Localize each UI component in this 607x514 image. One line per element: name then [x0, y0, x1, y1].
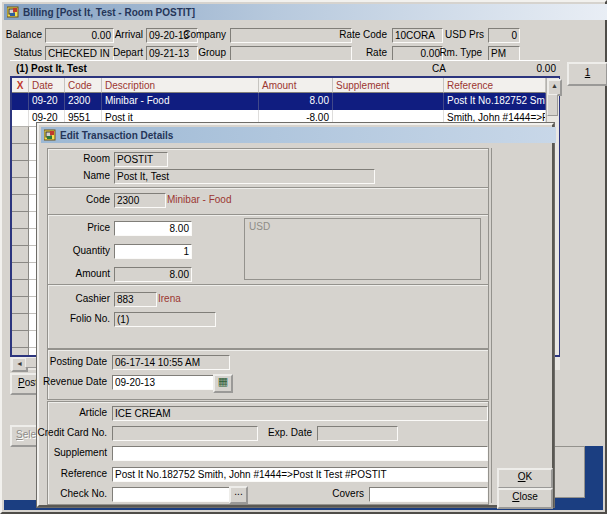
tab-balance: 0.00 — [537, 63, 556, 74]
billing-window: Billing [Post It, Test - Room POSTIT] Ba… — [0, 0, 607, 514]
cashier-label: Cashier — [43, 292, 110, 305]
group-label: Group — [180, 46, 226, 59]
cell-code[interactable]: 2300 — [65, 93, 102, 110]
dialog-icon — [44, 129, 56, 141]
cashier-field: 883 — [114, 292, 157, 307]
rate-code-label: Rate Code — [335, 28, 387, 41]
status-field: CHECKED IN — [45, 46, 114, 61]
cell-description[interactable]: Minibar - Food — [102, 93, 259, 110]
rate-label: Rate — [335, 46, 387, 59]
payment-method: CA — [432, 63, 446, 74]
close-button[interactable]: Close — [497, 488, 553, 509]
rate-code-field: 10CORA — [392, 28, 443, 43]
screenshot-root: Billing [Post It, Test - Room POSTIT] Ba… — [0, 0, 607, 514]
company-label: Company — [180, 28, 226, 41]
prs-label: Prs — [464, 28, 484, 41]
window-titlebar[interactable]: Billing [Post It, Test - Room POSTIT] — [4, 4, 607, 20]
code-label: Code — [43, 193, 110, 206]
dialog-titlebar[interactable]: Edit Transaction Details — [41, 127, 556, 143]
name-field: Post It, Test — [114, 169, 375, 184]
covers-label: Covers — [294, 487, 364, 500]
price-label: Price — [43, 221, 110, 234]
posting-date-label: Posting Date — [37, 355, 107, 368]
exp-date-field — [317, 426, 398, 441]
edit-transaction-dialog: Edit Transaction Details Room POSTIT Nam… — [37, 123, 554, 507]
prs-field: 0 — [488, 28, 520, 43]
reference-field[interactable]: Post It No.182752 Smith, John #1444=>Pos… — [112, 467, 488, 482]
cashier-name: Irena — [158, 292, 238, 305]
status-label: Status — [4, 46, 42, 59]
cell-reference[interactable]: Post It No.182752 Smith, J — [444, 93, 546, 110]
exp-date-label: Exp. Date — [244, 426, 312, 439]
grid-x-column — [12, 127, 29, 355]
check-no-field[interactable] — [112, 487, 232, 502]
depart-label: Depart — [110, 46, 143, 59]
check-no-label: Check No. — [37, 487, 107, 500]
col-header-supplement[interactable]: Supplement — [333, 78, 444, 93]
rm-type-field: PM — [488, 46, 520, 61]
room-label: Room — [43, 152, 110, 165]
arrival-label: Arrival — [110, 28, 143, 41]
amount-label: Amount — [43, 267, 110, 280]
article-field: ICE CREAM — [112, 406, 488, 421]
reference-label: Reference — [37, 467, 107, 480]
right-side-panel — [558, 60, 603, 446]
dialog-right-separator — [491, 148, 492, 503]
col-header-date[interactable]: Date — [29, 78, 65, 93]
vscroll-thumb[interactable] — [547, 94, 558, 116]
backdrop-gray-notch-right — [552, 446, 585, 498]
code-field[interactable]: 2300 — [114, 193, 166, 208]
ok-button[interactable]: OK — [497, 468, 553, 489]
col-header-reference[interactable]: Reference — [444, 78, 546, 93]
quantity-label: Quantity — [43, 244, 110, 257]
guest-tab-title[interactable]: (1) Post It, Test — [16, 63, 87, 74]
col-header-x[interactable]: X — [12, 78, 29, 93]
currency-box: USD — [244, 218, 481, 280]
posting-date-field: 06-17-14 10:55 AM — [112, 355, 230, 370]
price-field[interactable]: 8.00 — [114, 221, 192, 236]
folio-window-1-button[interactable]: 1 — [567, 62, 607, 86]
balance-field: 0.00 — [45, 28, 114, 43]
article-label: Article — [37, 406, 107, 419]
room-field: POSTIT — [114, 152, 168, 167]
col-header-description[interactable]: Description — [102, 78, 259, 93]
supplement-field[interactable] — [112, 446, 488, 461]
covers-field[interactable] — [369, 487, 488, 502]
amount-field: 8.00 — [114, 267, 192, 282]
folio-field: (1) — [114, 312, 216, 327]
cell-x[interactable] — [12, 93, 29, 110]
cell-x[interactable] — [12, 110, 29, 127]
rm-type-label: Rm. Type — [432, 46, 482, 59]
cell-amount[interactable]: 8.00 — [259, 93, 333, 110]
dialog-title: Edit Transaction Details — [60, 130, 173, 141]
balance-label: Balance — [4, 28, 42, 41]
cell-supplement[interactable] — [333, 93, 444, 110]
col-header-code[interactable]: Code — [65, 78, 102, 93]
cell-date[interactable]: 09-20 — [29, 93, 65, 110]
check-browse-button[interactable]: ... — [229, 486, 248, 504]
grid-tabstrip: (1) Post It, Test CA 0.00 — [10, 60, 560, 77]
col-header-amount[interactable]: Amount — [259, 78, 333, 93]
revenue-date-field[interactable]: 09-20-13 — [112, 375, 216, 390]
supplement-label: Supplement — [37, 446, 107, 459]
code-description: Minibar - Food — [167, 193, 287, 206]
window-title: Billing [Post It, Test - Room POSTIT] — [23, 7, 195, 18]
credit-card-field — [112, 426, 258, 441]
group-field — [230, 46, 352, 61]
folio-label: Folio No. — [43, 312, 110, 325]
table-row[interactable]: 09-20 2300 Minibar - Food 8.00 Post It N… — [12, 93, 546, 110]
name-label: Name — [43, 169, 110, 182]
company-field — [230, 28, 352, 43]
revenue-date-label: Revenue Date — [37, 375, 107, 388]
credit-card-label: Credit Card No. — [29, 426, 107, 439]
app-icon — [7, 6, 19, 18]
calendar-icon[interactable]: ▦ — [213, 374, 233, 393]
quantity-field[interactable]: 1 — [114, 244, 192, 259]
